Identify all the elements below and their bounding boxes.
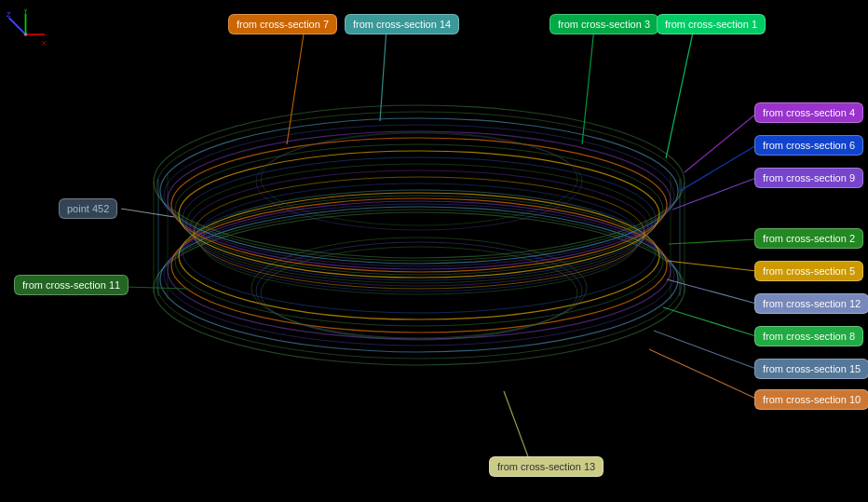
svg-line-44 [667, 279, 756, 304]
svg-line-34 [287, 28, 305, 144]
svg-point-10 [256, 242, 582, 339]
svg-text:Y: Y [23, 9, 29, 15]
svg-point-7 [179, 193, 659, 319]
svg-point-31 [201, 190, 637, 294]
label-cs10: from cross-section 10 [754, 389, 868, 410]
label-cs6: from cross-section 6 [754, 135, 863, 156]
svg-text:Z: Z [7, 10, 11, 19]
svg-point-14 [160, 118, 678, 264]
label-cs9: from cross-section 9 [754, 168, 863, 188]
svg-line-40 [672, 178, 756, 210]
svg-line-46 [663, 307, 756, 336]
svg-point-4 [168, 201, 671, 339]
svg-point-32 [261, 132, 577, 225]
svg-point-13 [156, 112, 682, 261]
svg-point-3 [164, 204, 674, 346]
svg-line-49 [504, 391, 529, 459]
svg-point-16 [168, 131, 671, 269]
svg-point-9 [261, 247, 577, 340]
label-cs11: from cross-section 11 [14, 275, 129, 295]
svg-line-41 [121, 209, 174, 217]
svg-point-19 [179, 151, 659, 278]
label-cs1: from cross-section 1 [657, 14, 766, 34]
svg-line-35 [380, 28, 387, 121]
label-cs13: from cross-section 13 [489, 456, 604, 477]
svg-line-50 [9, 18, 26, 34]
svg-point-20 [183, 157, 656, 280]
label-cs8: from cross-section 8 [754, 326, 863, 346]
svg-point-29 [194, 177, 644, 289]
svg-line-47 [654, 331, 756, 369]
axis-indicator: Z Y X [5, 9, 47, 51]
svg-point-56 [24, 33, 28, 36]
svg-point-18 [175, 144, 663, 275]
svg-point-27 [186, 164, 652, 283]
svg-line-36 [582, 28, 594, 144]
svg-line-39 [680, 145, 756, 191]
svg-point-28 [190, 170, 648, 286]
label-cs5: from cross-section 5 [754, 261, 863, 281]
svg-point-8 [183, 190, 656, 313]
svg-point-17 [171, 138, 667, 272]
label-cs15: from cross-section 15 [754, 359, 868, 379]
label-cs14: from cross-section 14 [345, 14, 459, 34]
svg-line-38 [685, 114, 756, 172]
label-cs2: from cross-section 2 [754, 228, 863, 249]
svg-line-37 [666, 28, 694, 158]
svg-point-15 [164, 125, 674, 266]
svg-point-11 [251, 237, 587, 338]
label-cs12: from cross-section 12 [754, 293, 868, 314]
svg-point-30 [197, 183, 641, 292]
svg-line-42 [669, 239, 756, 244]
svg-text:X: X [42, 39, 47, 47]
svg-line-48 [649, 349, 756, 399]
label-cs3: from cross-section 3 [549, 14, 658, 34]
svg-point-1 [156, 210, 682, 359]
svg-point-6 [175, 196, 663, 326]
svg-point-12 [154, 105, 685, 258]
svg-line-43 [667, 261, 756, 271]
label-cs7: from cross-section 7 [228, 14, 337, 34]
svg-point-2 [160, 207, 678, 352]
svg-point-33 [256, 133, 582, 230]
svg-point-5 [171, 198, 667, 332]
label-p452: point 452 [59, 198, 117, 219]
label-cs4: from cross-section 4 [754, 102, 863, 123]
svg-point-0 [154, 212, 685, 365]
